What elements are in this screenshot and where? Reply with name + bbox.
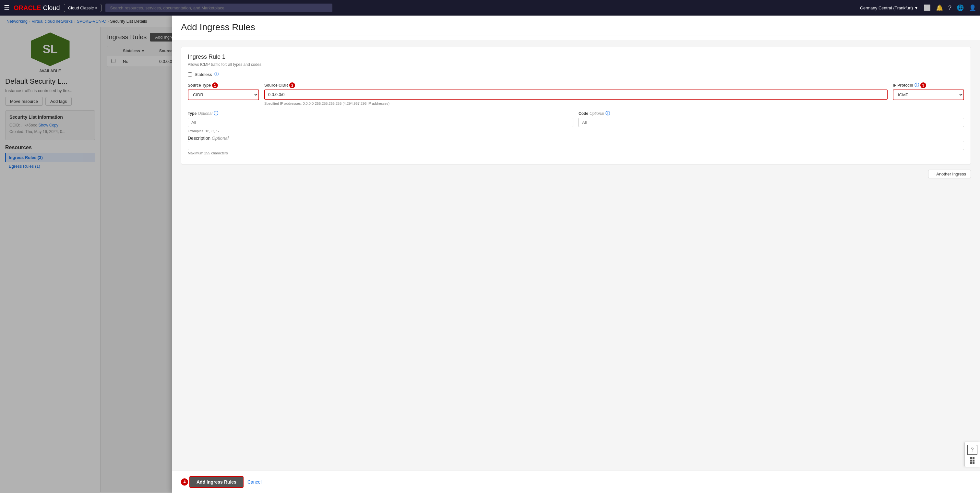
type-hint: Examples: '0', '3', '5' (188, 129, 573, 133)
cloud-shell-icon[interactable]: ⬜ (924, 4, 931, 11)
language-icon[interactable]: 🌐 (957, 4, 964, 11)
step-2-badge: 2 (289, 83, 295, 88)
another-ingress-container: + Another Ingress (181, 170, 971, 178)
ip-protocol-label: IP Protocol ⓘ 3 (893, 83, 964, 88)
notifications-icon[interactable]: 🔔 (936, 4, 943, 11)
type-label: Type Optional ⓘ (188, 111, 573, 116)
form-row-1: Source Type 1 CIDR Service Source CIDR 2 (188, 83, 964, 105)
user-icon[interactable]: 👤 (969, 4, 976, 11)
description-maxchars: Maximum 255 characters (188, 151, 964, 155)
description-optional: Optional (212, 135, 229, 141)
help-panel[interactable]: ? (964, 442, 980, 467)
cloud-classic-button[interactable]: Cloud Classic > (64, 4, 102, 12)
hamburger-icon[interactable]: ☰ (4, 4, 10, 12)
source-cidr-label: Source CIDR 2 (264, 83, 888, 88)
modal-title: Add Ingress Rules (181, 22, 971, 32)
step-1-badge: 1 (212, 83, 218, 88)
cancel-button[interactable]: Cancel (247, 479, 262, 485)
add-ingress-modal: Add Ingress Rules Ingress Rule 1 Allows … (172, 16, 980, 493)
type-info-icon[interactable]: ⓘ (214, 111, 218, 116)
type-text: Type (188, 111, 197, 116)
code-info-icon[interactable]: ⓘ (605, 111, 610, 116)
code-label: Code Optional ⓘ (579, 111, 964, 116)
rule-1-subtitle: Allows ICMP traffic for: all types and c… (188, 62, 964, 67)
another-ingress-button[interactable]: + Another Ingress (928, 170, 971, 178)
step-3-badge: 3 (920, 83, 926, 88)
stateless-info-icon[interactable]: ⓘ (214, 72, 219, 77)
description-text: Description (188, 135, 210, 141)
form-row-type-code: Type Optional ⓘ Examples: '0', '3', '5' … (188, 111, 964, 133)
source-cidr-group: Source CIDR 2 0.0.0.0/0 Specified IP add… (264, 83, 888, 105)
submit-add-ingress-button[interactable]: Add Ingress Rules (189, 476, 243, 488)
search-input[interactable] (105, 3, 332, 12)
code-text: Code (579, 111, 588, 116)
modal-body: Ingress Rule 1 Allows ICMP traffic for: … (172, 40, 980, 471)
code-group: Code Optional ⓘ (579, 111, 964, 133)
help-icon-circle: ? (967, 445, 977, 455)
type-optional: Optional (198, 111, 212, 116)
source-type-label: Source Type 1 (188, 83, 259, 88)
source-type-select[interactable]: CIDR Service (188, 89, 259, 100)
source-cidr-hint: Specified IP addresses: 0.0.0.0-255.255.… (264, 102, 888, 105)
rule-1-title: Ingress Rule 1 (188, 54, 964, 60)
top-navigation: ☰ ORACLE Cloud Cloud Classic > Germany C… (0, 0, 980, 16)
oracle-logo: ORACLE Cloud (14, 4, 60, 12)
modal-footer: 4 Add Ingress Rules Cancel (172, 471, 980, 493)
nav-right: Germany Central (Frankfurt) ▼ ⬜ 🔔 ? 🌐 👤 (860, 4, 976, 11)
stateless-label: Stateless (194, 72, 212, 77)
grid-view-icon (970, 457, 975, 464)
question-icon: ? (971, 447, 974, 453)
stateless-checkbox[interactable] (188, 72, 192, 76)
source-cidr-input[interactable]: 0.0.0.0/0 (264, 89, 888, 100)
description-group: Description Optional Maximum 255 charact… (188, 135, 964, 155)
type-group: Type Optional ⓘ Examples: '0', '3', '5' (188, 111, 573, 133)
modal-header: Add Ingress Rules (172, 16, 980, 40)
type-input[interactable] (188, 118, 573, 127)
ip-protocol-group: IP Protocol ⓘ 3 ICMP TCP UDP All Protoco… (893, 83, 964, 100)
source-type-group: Source Type 1 CIDR Service (188, 83, 259, 100)
ingress-rule-1-card: Ingress Rule 1 Allows ICMP traffic for: … (181, 47, 971, 164)
code-input[interactable] (579, 118, 964, 127)
region-label: Germany Central (Frankfurt) (860, 5, 913, 10)
stateless-row: Stateless ⓘ (188, 72, 964, 77)
source-type-text: Source Type (188, 83, 211, 87)
modal-overlay: Add Ingress Rules Ingress Rule 1 Allows … (0, 16, 980, 493)
source-cidr-text: Source CIDR (264, 83, 288, 87)
code-optional: Optional (590, 111, 604, 116)
help-icon[interactable]: ? (948, 5, 951, 11)
step-4-badge: 4 (181, 479, 188, 485)
oracle-text: ORACLE (14, 4, 41, 12)
ip-protocol-select[interactable]: ICMP TCP UDP All Protocols (893, 89, 964, 100)
cloud-text: Cloud (43, 4, 60, 12)
ip-protocol-text: IP Protocol (893, 83, 913, 87)
ip-protocol-info-icon[interactable]: ⓘ (915, 83, 919, 88)
description-input[interactable] (188, 141, 964, 150)
description-label: Description Optional (188, 135, 229, 141)
chevron-down-icon: ▼ (914, 5, 918, 10)
region-selector[interactable]: Germany Central (Frankfurt) ▼ (860, 5, 918, 10)
